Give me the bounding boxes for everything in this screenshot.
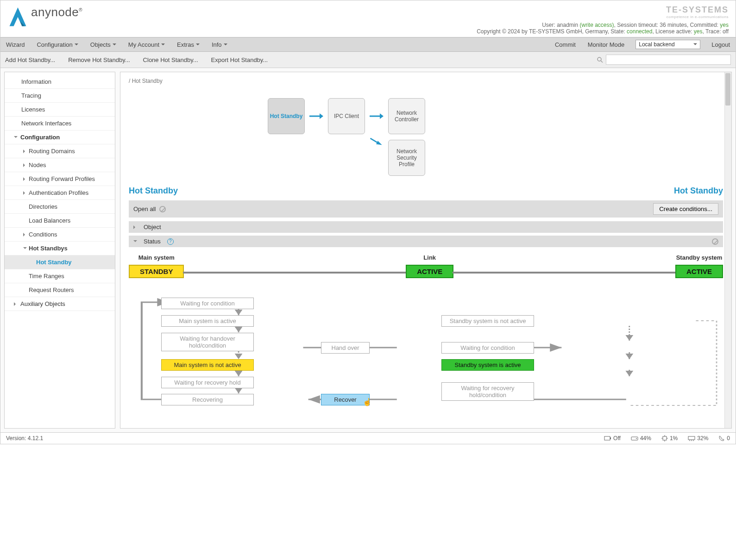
diagram-hot-standby[interactable]: Hot Standby [268, 98, 305, 134]
toolbar-add[interactable]: Add Hot Standby... [5, 56, 55, 63]
chevron-right-icon [23, 149, 27, 153]
chevron-down-icon [161, 44, 165, 47]
sidebar-tracing[interactable]: Tracing [5, 89, 115, 103]
open-all-link[interactable]: Open all [133, 205, 156, 212]
chevron-right-icon [23, 163, 27, 167]
forbidden-icon [159, 206, 166, 212]
logo-text: anynode® [31, 5, 82, 19]
sidebar-routing-domains[interactable]: Routing Domains [5, 144, 115, 158]
tesystems-logo: TE-SYSTEMS [477, 5, 729, 15]
chevron-down-icon [133, 240, 137, 244]
footer: Version: 4.12.1 Off 44% 1% 32% 0 [0, 432, 736, 444]
status-disk: 44% [631, 435, 651, 442]
panel-object[interactable]: Object [129, 221, 723, 233]
toolbar: Add Hot Standby... Remove Hot Standby...… [0, 52, 736, 68]
phone-icon [718, 435, 725, 442]
anynode-logo-icon [7, 5, 28, 31]
sidebar-hot-standbys[interactable]: Hot Standbys [5, 242, 115, 255]
sidebar-auxiliary-objects[interactable]: Auxiliary Objects [5, 297, 115, 311]
menu-wizard[interactable]: Wizard [5, 39, 25, 50]
state-standby-not-active: Standby system is not active [441, 315, 534, 327]
user-info-line: User: anadmin (write access), Session ti… [477, 22, 729, 28]
backend-select[interactable]: Local backend [635, 40, 700, 49]
sidebar-network-interfaces[interactable]: Network Interfaces [5, 117, 115, 131]
chevron-right-icon [23, 233, 27, 236]
state-waiting-condition-r: Waiting for condition [441, 342, 534, 354]
openall-bar: Open all Create conditions... [129, 200, 723, 218]
sidebar-time-ranges[interactable]: Time Ranges [5, 269, 115, 283]
tesystems-tagline: competence in e-communications [477, 15, 729, 19]
status-connector [453, 272, 676, 274]
status-cpu: 1% [661, 435, 678, 442]
status-memory: 32% [688, 435, 708, 442]
menu-configuration[interactable]: Configuration [36, 39, 79, 50]
toolbar-remove[interactable]: Remove Hot Standby... [68, 56, 130, 63]
main-content: / Hot Standby Hot Standby IPC Client Net… [120, 72, 732, 429]
state-waiting-condition: Waiting for condition [161, 298, 254, 309]
state-main-not-active: Main system is not active [161, 359, 254, 371]
state-machine: Waiting for condition Main system is act… [129, 292, 723, 412]
disk-icon [631, 436, 638, 441]
sidebar-conditions[interactable]: Conditions [5, 228, 115, 242]
main-system-status: STANDBY [129, 265, 184, 278]
chevron-right-icon [14, 302, 18, 306]
status-calls: 0 [718, 435, 730, 442]
sidebar-authentication-profiles[interactable]: Authentication Profiles [5, 186, 115, 200]
link-label: Link [406, 254, 453, 261]
create-conditions-button[interactable]: Create conditions... [653, 203, 718, 215]
svg-point-0 [598, 57, 601, 61]
svg-rect-21 [663, 436, 667, 440]
chevron-right-icon [23, 191, 27, 195]
help-icon[interactable]: ? [167, 238, 174, 245]
chevron-right-icon [23, 177, 27, 181]
svg-rect-26 [688, 436, 695, 440]
search-icon [597, 56, 603, 63]
state-recovering: Recovering [161, 394, 254, 405]
sidebar-licenses[interactable]: Licenses [5, 103, 115, 117]
breadcrumb: / Hot Standby [129, 78, 723, 84]
forbidden-icon [712, 238, 718, 245]
cpu-icon [661, 435, 668, 442]
sidebar-directories[interactable]: Directories [5, 200, 115, 214]
diagram-network-controller[interactable]: Network Controller [388, 98, 425, 134]
version-label: Version: 4.12.1 [6, 435, 43, 442]
battery-icon [604, 436, 611, 441]
state-waiting-recovery-r: Waiting for recovery hold/condition [441, 382, 534, 401]
cursor-hand-icon: ☝ [363, 398, 372, 406]
menu-logout[interactable]: Logout [711, 39, 731, 50]
copyright-line: Copyright © 2024 by TE-SYSTEMS GmbH, Ger… [477, 28, 729, 35]
sidebar-nodes[interactable]: Nodes [5, 158, 115, 172]
scrollbar-thumb[interactable] [725, 73, 730, 106]
scrollbar[interactable] [724, 72, 731, 428]
section-title-right: Hot Standby [674, 186, 723, 196]
menu-commit[interactable]: Commit [554, 39, 577, 50]
section-title-left: Hot Standby [129, 186, 178, 196]
menu-objects[interactable]: Objects [89, 39, 117, 50]
toolbar-clone[interactable]: Clone Hot Standby... [143, 56, 198, 63]
chevron-down-icon [75, 44, 78, 47]
svg-line-1 [601, 61, 603, 62]
menu-extras[interactable]: Extras [176, 39, 201, 50]
sidebar-routing-forward-profiles[interactable]: Routing Forward Profiles [5, 172, 115, 186]
sidebar-load-balancers[interactable]: Load Balancers [5, 214, 115, 228]
panel-status[interactable]: Status ? [129, 236, 723, 247]
menu-info[interactable]: Info [211, 39, 228, 50]
menu-monitor[interactable]: Monitor Mode [587, 39, 625, 50]
sidebar-information[interactable]: Information [5, 75, 115, 89]
diagram-network-security-profile[interactable]: Network Security Profile [388, 140, 425, 176]
sidebar-configuration[interactable]: Configuration [5, 131, 115, 144]
arrow-icon [309, 112, 323, 122]
sidebar-hot-standby-item[interactable]: Hot Standby [5, 255, 115, 269]
chevron-down-icon [23, 247, 27, 251]
svg-rect-17 [604, 436, 610, 440]
sidebar-request-routers[interactable]: Request Routers [5, 283, 115, 297]
arrow-icon [370, 137, 384, 147]
toolbar-export[interactable]: Export Hot Standby... [211, 56, 268, 63]
status-connector [183, 272, 407, 274]
search-input[interactable] [606, 55, 731, 65]
status-off: Off [604, 435, 621, 442]
menu-myaccount[interactable]: My Account [127, 39, 166, 50]
status-row: Main system STANDBY Link ACTIVE Standby … [129, 254, 723, 278]
diagram-ipc-client[interactable]: IPC Client [328, 98, 365, 134]
standby-system-label: Standby system [675, 254, 723, 261]
